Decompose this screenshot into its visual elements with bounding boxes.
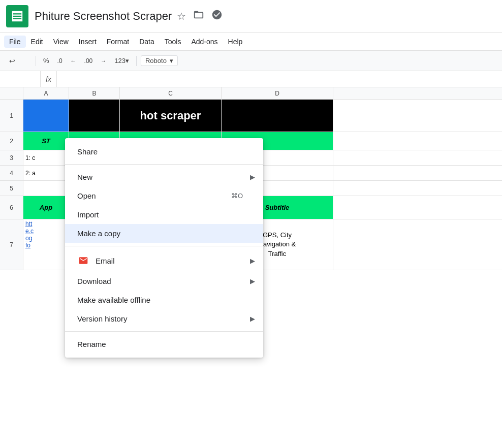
version-history-label: Version history xyxy=(77,314,127,323)
percent-button[interactable]: % xyxy=(40,56,52,66)
svg-rect-1 xyxy=(13,13,21,14)
star-icon[interactable]: ☆ xyxy=(177,10,186,22)
formula-bar: fx xyxy=(0,71,502,87)
email-label: Email xyxy=(96,257,115,265)
toolbar-sep-2 xyxy=(136,56,137,66)
menu-help[interactable]: Help xyxy=(223,36,248,48)
menu-bar: File Edit View Insert Format Data Tools … xyxy=(0,33,502,51)
format-number-button[interactable]: 123▾ xyxy=(111,56,132,66)
folder-icon[interactable] xyxy=(193,9,204,23)
menu-file[interactable]: File xyxy=(4,36,26,48)
toolbar-sep-1 xyxy=(36,56,36,66)
svg-rect-2 xyxy=(13,15,21,16)
version-submenu-arrow-icon: ▶ xyxy=(250,315,255,323)
gmail-icon xyxy=(77,254,89,267)
make-copy-label: Make a copy xyxy=(77,229,120,238)
menu-download[interactable]: Download ▶ xyxy=(65,272,263,291)
menu-email[interactable]: Email ▶ xyxy=(65,249,263,272)
top-bar: Phiture Screenshot Scraper ☆ xyxy=(0,0,502,33)
font-name: Roboto xyxy=(145,57,167,65)
menu-insert[interactable]: Insert xyxy=(74,36,102,48)
new-label: New xyxy=(77,173,92,181)
sheet-container: A B C D 1 hot scraper 2 ST xyxy=(0,87,502,448)
font-arrow-icon: ▾ xyxy=(170,57,173,65)
menu-make-copy[interactable]: Make a copy xyxy=(65,224,263,243)
download-label: Download xyxy=(77,277,111,285)
import-label: Import xyxy=(77,210,99,219)
menu-version-history[interactable]: Version history ▶ xyxy=(65,309,263,328)
arrow-left-button[interactable]: ← xyxy=(68,57,79,65)
menu-offline[interactable]: Make available offline xyxy=(65,291,263,309)
open-shortcut: ⌘O xyxy=(231,192,243,200)
menu-format[interactable]: Format xyxy=(102,36,134,48)
menu-tools[interactable]: Tools xyxy=(160,36,186,48)
menu-open[interactable]: Open ⌘O xyxy=(65,186,263,205)
menu-rename[interactable]: Rename xyxy=(65,335,263,354)
arrow-right-button[interactable]: → xyxy=(98,57,109,65)
document-title: Phiture Screenshot Scraper xyxy=(35,10,172,23)
svg-rect-3 xyxy=(13,18,21,19)
menu-view[interactable]: View xyxy=(48,36,74,48)
file-menu: Share New ▶ Open ⌘O Import Make a copy xyxy=(65,138,263,358)
title-icons: ☆ xyxy=(177,9,223,23)
cell-reference[interactable] xyxy=(0,71,41,87)
undo-button[interactable]: ↩ xyxy=(5,54,19,68)
decimal-inc-button[interactable]: .00 xyxy=(81,56,96,66)
menu-overlay[interactable]: Share New ▶ Open ⌘O Import Make a copy xyxy=(0,87,502,448)
menu-divider-1 xyxy=(65,164,263,165)
formula-input[interactable] xyxy=(57,71,502,87)
menu-import[interactable]: Import xyxy=(65,205,263,224)
menu-divider-3 xyxy=(65,331,263,332)
menu-data[interactable]: Data xyxy=(134,36,160,48)
app-icon xyxy=(6,5,28,27)
email-submenu-arrow-icon: ▶ xyxy=(250,257,255,265)
font-selector[interactable]: Roboto ▾ xyxy=(141,55,178,66)
menu-share[interactable]: Share xyxy=(65,142,263,161)
cloud-icon[interactable] xyxy=(211,9,223,23)
menu-divider-2 xyxy=(65,246,263,246)
decimal-dec-button[interactable]: .0 xyxy=(54,56,66,66)
open-label: Open xyxy=(77,191,96,200)
share-label: Share xyxy=(77,147,98,156)
rename-label: Rename xyxy=(77,340,106,348)
download-submenu-arrow-icon: ▶ xyxy=(250,277,255,285)
submenu-arrow-icon: ▶ xyxy=(250,173,255,181)
toolbar: ↩ % .0 ← .00 → 123▾ Roboto ▾ xyxy=(0,51,502,71)
menu-addons[interactable]: Add-ons xyxy=(186,36,223,48)
menu-new[interactable]: New ▶ xyxy=(65,168,263,186)
offline-label: Make available offline xyxy=(77,296,150,304)
fx-label: fx xyxy=(41,71,57,87)
menu-edit[interactable]: Edit xyxy=(26,36,48,48)
